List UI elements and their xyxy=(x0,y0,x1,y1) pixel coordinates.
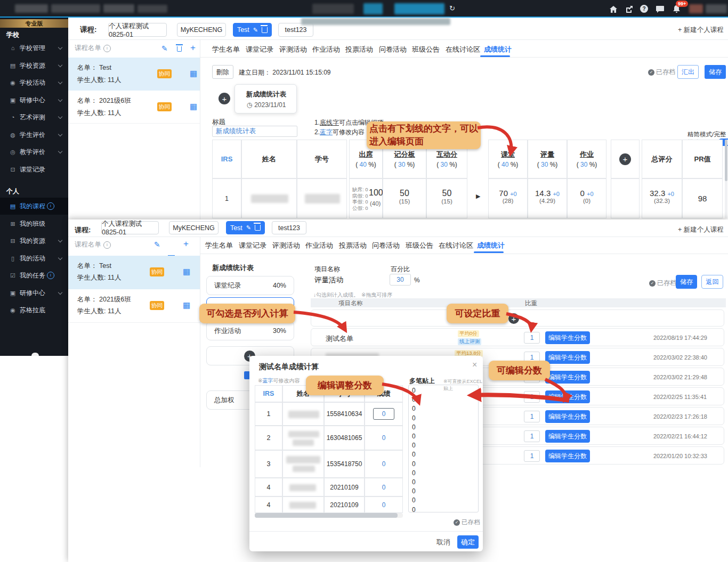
sidebar-item-school-activities[interactable]: ◉学校活动 xyxy=(0,74,68,91)
sidebar-item-teaching-evaluation[interactable]: ◎教学评价 xyxy=(0,143,68,160)
edit-scores-button[interactable]: 编辑学生分数 xyxy=(545,410,590,423)
qr-code-icon[interactable]: ▦ xyxy=(190,69,197,78)
back-button[interactable]: 返回 xyxy=(701,275,723,289)
tab-student-list[interactable]: 学生名单 xyxy=(205,241,233,250)
edit-scores-button[interactable]: 编辑学生分数 xyxy=(545,430,590,443)
course-pill-2[interactable]: MyKECHENG xyxy=(169,221,219,234)
new-course-button[interactable]: + 新建个人课程 xyxy=(678,225,724,234)
weight-input[interactable]: 1 xyxy=(524,391,540,403)
sidebar-collapse-handle[interactable] xyxy=(31,353,39,356)
external-link-icon[interactable] xyxy=(625,5,633,13)
sidebar-item-school-resources[interactable]: ▤学校资源 xyxy=(0,57,68,74)
course-pill-active[interactable]: Test ✎ xyxy=(226,221,265,234)
list-item[interactable]: 名单： Test 学生人数: 11人 协同 ▦ xyxy=(68,58,200,91)
score-input[interactable]: 0 xyxy=(365,450,403,478)
export-button[interactable]: 汇出 xyxy=(677,65,699,79)
weight-input[interactable]: 1 xyxy=(524,411,540,422)
sidebar-item-socrates[interactable]: ◉苏格拉底 xyxy=(0,302,68,319)
delete-sheet-button[interactable]: 刪除 xyxy=(212,65,233,79)
sidebar-item-student-evaluation[interactable]: ◍学生评价 xyxy=(0,126,68,143)
qr-code-icon[interactable]: ▦ xyxy=(183,300,190,310)
course-pill-4[interactable]: test123 xyxy=(272,221,306,234)
edit-scores-button[interactable]: 编辑学生分数 xyxy=(545,351,590,364)
course-pill-1[interactable]: 个人课程测试 0825-01 xyxy=(108,23,167,37)
sidebar-item-training-center[interactable]: ▣研修中心 xyxy=(0,92,68,109)
edit-scores-button[interactable]: 编辑学生分数 xyxy=(545,371,590,384)
cell-scoreboard[interactable]: 50 (15) xyxy=(383,178,426,218)
help-icon[interactable]: ? xyxy=(640,5,648,13)
scrollbar-track[interactable] xyxy=(725,140,727,218)
home-icon[interactable] xyxy=(609,5,618,13)
tab-survey[interactable]: 问卷活动 xyxy=(379,45,407,54)
list-item[interactable]: 名单： 2021级6班 学生人数: 11人 协同 ▦ xyxy=(68,289,200,323)
sidebar-item-my-classes[interactable]: ⊞我的班级 xyxy=(0,215,68,232)
delete-roster-icon[interactable] xyxy=(177,46,182,52)
edit-scores-button[interactable]: 编辑学生分数 xyxy=(545,390,590,403)
weight-input[interactable]: 1 xyxy=(524,450,540,462)
score-input[interactable]: 0 xyxy=(365,426,403,450)
refresh-icon[interactable]: ↻ xyxy=(449,4,455,12)
add-item-button[interactable]: + xyxy=(508,313,519,324)
sidebar-item-school-management[interactable]: ⌂学校管理 xyxy=(0,39,68,56)
add-column-button[interactable]: + xyxy=(619,153,631,165)
edit-scores-button[interactable]: 编辑学生分数 xyxy=(545,331,590,344)
cell-assessment[interactable]: 14.3 +0 (4.29) xyxy=(528,178,567,218)
add-sheet-button[interactable]: + xyxy=(219,93,230,104)
weight-input[interactable]: 1 xyxy=(524,332,540,344)
tab-class-records[interactable]: 课堂记录 xyxy=(246,45,273,54)
hscrollbar-track[interactable] xyxy=(255,513,403,518)
add-roster-icon[interactable]: + xyxy=(190,43,196,53)
close-icon[interactable]: × xyxy=(472,360,477,370)
tab-grade-stats[interactable]: 成绩统计 xyxy=(477,241,505,250)
tab-voting[interactable]: 投票活动 xyxy=(339,241,367,250)
tab-grade-stats[interactable]: 成绩统计 xyxy=(484,45,512,54)
weight-card-class-records[interactable]: 课堂纪录40% xyxy=(206,276,294,295)
tab-announcements[interactable]: 班级公告 xyxy=(406,241,433,250)
edit-roster-icon[interactable]: ✎ xyxy=(154,240,160,249)
tab-voting[interactable]: 投票活动 xyxy=(345,45,373,54)
sidebar-item-my-courses[interactable]: ▤我的课程i xyxy=(0,198,68,215)
percent-input[interactable]: 30 xyxy=(390,274,411,286)
save-button[interactable]: 储存 xyxy=(705,65,726,79)
edit-roster-icon[interactable]: ✎ xyxy=(161,44,168,53)
new-course-button[interactable]: + 新建个人课程 xyxy=(678,26,724,35)
expand-row-arrow[interactable]: ▶ xyxy=(476,193,480,200)
tab-assessment[interactable]: 评测活动 xyxy=(279,45,307,54)
course-pill-active[interactable]: Test ✎ xyxy=(233,23,272,37)
sidebar-item-class-records[interactable]: ⊡课堂记录 xyxy=(0,161,68,178)
edit-course-icon[interactable]: ✎ xyxy=(253,27,258,34)
col-header-class[interactable]: 课堂 ( 40 %) xyxy=(488,140,528,178)
cell-interaction[interactable]: 50 (15) xyxy=(426,178,467,218)
sidebar-item-art-assessment[interactable]: ◔艺术评测 xyxy=(0,109,68,126)
score-input[interactable]: 0 xyxy=(365,478,403,496)
save-button[interactable]: 储存 xyxy=(676,275,697,289)
tab-student-list[interactable]: 学生名单 xyxy=(212,45,240,54)
edit-scores-button[interactable]: 编辑学生分数 xyxy=(545,450,590,462)
tab-forum[interactable]: 在线讨论区 xyxy=(446,45,480,54)
weight-card-homework[interactable]: 作业活动30% xyxy=(206,321,294,340)
tab-assessment[interactable]: 评测活动 xyxy=(272,241,300,250)
sidebar-item-my-resources[interactable]: ⊟我的资源 xyxy=(0,232,68,249)
tab-forum[interactable]: 在线讨论区 xyxy=(439,241,473,250)
add-roster-icon[interactable]: + xyxy=(183,239,189,249)
qr-code-icon[interactable]: ▦ xyxy=(190,102,197,111)
course-pill-1[interactable]: 个人课程测试 0825-01 xyxy=(101,221,159,234)
score-input[interactable]: 0 xyxy=(373,408,394,420)
delete-course-icon[interactable] xyxy=(255,225,261,231)
list-item[interactable]: 名单： Test 学生人数: 11人 协同 ▦ xyxy=(68,256,200,289)
sidebar-item-training-center-personal[interactable]: ▣研修中心 xyxy=(0,284,68,302)
list-row-empty[interactable]: + xyxy=(311,309,724,327)
weight-input[interactable]: 1 xyxy=(524,430,540,442)
cell-class[interactable]: 70 +0 (28) xyxy=(488,178,528,218)
sidebar-item-my-tasks[interactable]: ☑我的任务i xyxy=(0,267,68,284)
tab-survey[interactable]: 问卷活动 xyxy=(372,241,400,250)
list-row[interactable]: 测试名单 平均0分 线上评测 1 编辑学生分数 2022/08/19 17:44… xyxy=(311,328,724,346)
tab-homework[interactable]: 作业活动 xyxy=(305,241,333,250)
qr-code-icon[interactable]: ▦ xyxy=(183,267,190,276)
cell-attendance[interactable]: 缺席: 0 病假: 0 事假: 0 公假: 0 100 (40) xyxy=(349,178,383,218)
sidebar-item-my-activities[interactable]: ▯我的活动 xyxy=(0,250,68,267)
col-header-homework[interactable]: 作业 ( 30 %) xyxy=(567,140,606,178)
tab-announcements[interactable]: 班级公告 xyxy=(412,45,440,54)
tab-homework[interactable]: 作业活动 xyxy=(312,45,340,54)
course-pill-2[interactable]: MyKECHENG xyxy=(177,23,226,37)
